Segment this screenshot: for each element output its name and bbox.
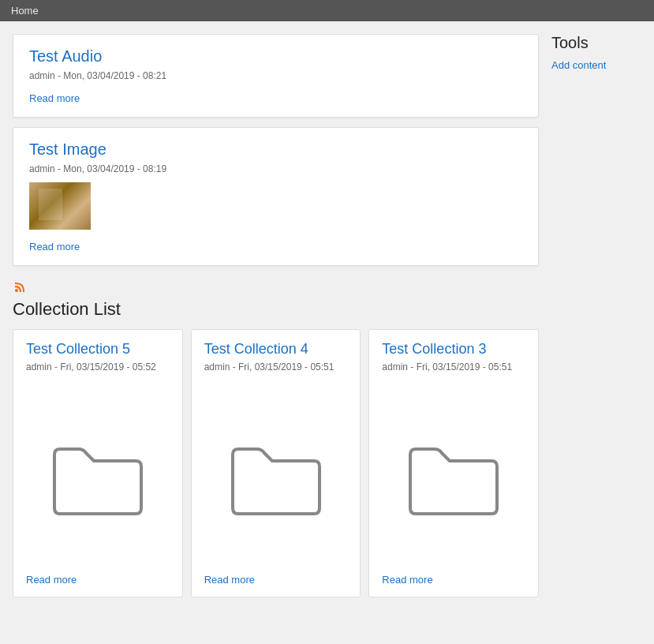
rss-area — [13, 275, 539, 296]
article-meta-0: admin - Mon, 03/04/2019 - 08:21 — [29, 70, 522, 81]
collection-card-1: Test Collection 4 admin - Fri, 03/15/201… — [191, 329, 361, 597]
collection-read-more-1[interactable]: Read more — [204, 574, 348, 586]
collection-title-2[interactable]: Test Collection 3 — [382, 341, 525, 358]
article-meta-1: admin - Mon, 03/04/2019 - 08:19 — [29, 163, 522, 174]
collection-list-title: Collection List — [13, 299, 539, 320]
collection-card-0: Test Collection 5 admin - Fri, 03/15/201… — [13, 329, 183, 597]
article-image-inner-1 — [29, 182, 91, 230]
folder-icon-0 — [26, 382, 170, 571]
folder-icon-1 — [204, 382, 348, 571]
main-layout: Test Audio admin - Mon, 03/04/2019 - 08:… — [0, 21, 654, 610]
topbar-home-link[interactable]: Home — [11, 5, 39, 17]
collection-meta-0: admin - Fri, 03/15/2019 - 05:52 — [26, 361, 170, 373]
collection-grid: Test Collection 5 admin - Fri, 03/15/201… — [13, 329, 539, 597]
article-image-1 — [29, 182, 91, 230]
read-more-link-1[interactable]: Read more — [29, 241, 80, 253]
collection-title-1[interactable]: Test Collection 4 — [204, 341, 348, 358]
collection-card-2: Test Collection 3 admin - Fri, 03/15/201… — [368, 329, 539, 597]
collection-read-more-0[interactable]: Read more — [26, 574, 170, 586]
content-area: Test Audio admin - Mon, 03/04/2019 - 08:… — [13, 34, 539, 597]
article-card-1: Test Image admin - Mon, 03/04/2019 - 08:… — [13, 127, 539, 266]
svg-point-0 — [15, 289, 18, 292]
collection-meta-1: admin - Fri, 03/15/2019 - 05:51 — [204, 361, 348, 373]
article-card-0: Test Audio admin - Mon, 03/04/2019 - 08:… — [13, 34, 539, 118]
folder-icon-2 — [382, 382, 525, 571]
tools-title: Tools — [551, 34, 641, 52]
add-content-link[interactable]: Add content — [551, 59, 606, 71]
collection-title-0[interactable]: Test Collection 5 — [26, 341, 170, 358]
topbar: Home — [0, 0, 654, 21]
read-more-link-0[interactable]: Read more — [29, 92, 80, 104]
rss-icon — [14, 280, 27, 296]
collection-read-more-2[interactable]: Read more — [382, 574, 525, 586]
article-title-0[interactable]: Test Audio — [29, 47, 522, 66]
sidebar: Tools Add content — [539, 34, 641, 597]
collection-section: Collection List Test Collection 5 admin … — [13, 275, 539, 597]
collection-meta-2: admin - Fri, 03/15/2019 - 05:51 — [382, 361, 525, 373]
article-title-1[interactable]: Test Image — [29, 140, 522, 159]
